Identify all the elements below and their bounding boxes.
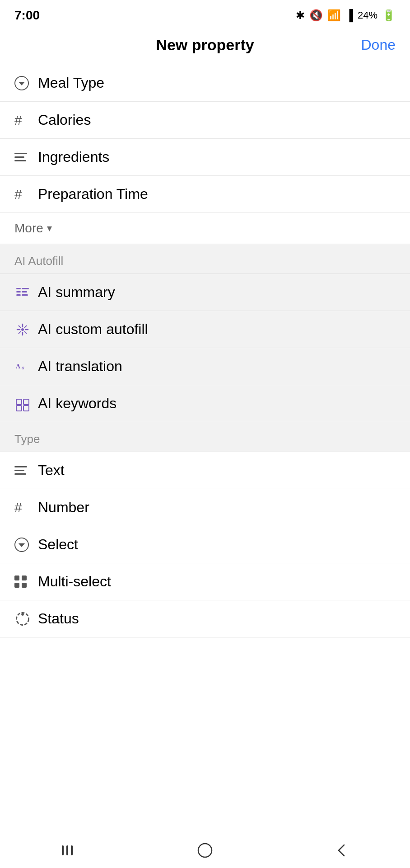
hash-icon-prep: # [14, 187, 38, 202]
list-item-type-select[interactable]: Select [0, 526, 410, 563]
chevron-down-icon: ▾ [47, 222, 52, 234]
hash-number-icon: # [14, 500, 38, 515]
lines-icon [14, 153, 38, 161]
list-item-type-number[interactable]: # Number [0, 489, 410, 526]
svg-text:A: A [16, 363, 21, 370]
svg-rect-5 [22, 294, 28, 296]
existing-properties-list: Meal Type # Calories Ingredients # Prepa… [0, 65, 410, 213]
svg-rect-25 [71, 845, 73, 855]
hash-icon: # [14, 113, 38, 128]
nav-back-button[interactable] [324, 837, 360, 864]
list-item-meal-type[interactable]: Meal Type [0, 65, 410, 102]
type-status-label: Status [38, 610, 79, 627]
list-item-preparation-time[interactable]: # Preparation Time [0, 176, 410, 213]
svg-point-22 [21, 613, 24, 616]
ai-keywords-label: AI keywords [38, 395, 116, 412]
page-title: New property [156, 36, 254, 54]
type-select-label: Select [38, 536, 78, 553]
signal-icon: ▐ [345, 9, 353, 22]
ingredients-label: Ingredients [38, 149, 109, 165]
ai-translation-label: AI translation [38, 358, 122, 375]
type-header-label: Type [14, 432, 40, 446]
svg-point-6 [21, 328, 24, 331]
bluetooth-icon: ✱ [296, 9, 305, 22]
ai-keywords-icon [14, 396, 38, 412]
nav-home-button[interactable] [187, 837, 223, 864]
multiselect-grid-icon [14, 576, 38, 588]
status-right-icons: ✱ 🔇 📶 ▐ 24% 🔋 [296, 9, 396, 22]
more-row[interactable]: More ▾ [0, 213, 410, 244]
preparation-time-label: Preparation Time [38, 186, 148, 203]
page-header: New property Done [0, 27, 410, 65]
battery-indicator: 24% [358, 9, 377, 21]
calories-label: Calories [38, 112, 91, 128]
svg-rect-2 [16, 291, 21, 292]
more-label: More [14, 221, 43, 236]
list-item-type-multiselect[interactable]: Multi-select [0, 563, 410, 600]
svg-rect-24 [66, 845, 68, 855]
nav-menu-button[interactable] [50, 837, 86, 864]
svg-line-13 [25, 326, 27, 327]
circle-down-icon [14, 76, 38, 90]
done-button[interactable]: Done [361, 37, 396, 53]
svg-rect-26 [198, 844, 212, 857]
svg-rect-20 [23, 406, 29, 411]
status-time: 7:00 [14, 8, 40, 23]
list-item-ai-translation[interactable]: A a AI translation [0, 348, 410, 385]
type-number-label: Number [38, 499, 89, 516]
ai-translation-icon: A a [14, 359, 38, 375]
circle-down-select-icon [14, 538, 38, 552]
status-spinner-icon [14, 611, 38, 627]
type-list: Text # Number Select Multi-select St [0, 452, 410, 637]
svg-line-12 [25, 331, 27, 333]
svg-rect-4 [16, 294, 21, 296]
svg-rect-3 [22, 291, 27, 292]
svg-rect-18 [23, 399, 29, 405]
ai-summary-icon [14, 284, 38, 301]
wifi-icon: 📶 [327, 9, 341, 22]
list-item-ai-summary[interactable]: AI summary [0, 274, 410, 311]
bottom-navigation [0, 832, 410, 868]
list-item-calories[interactable]: # Calories [0, 102, 410, 139]
list-item-type-text[interactable]: Text [0, 452, 410, 489]
mute-icon: 🔇 [309, 9, 323, 22]
svg-text:a: a [22, 364, 24, 371]
ai-summary-label: AI summary [38, 284, 115, 301]
meal-type-label: Meal Type [38, 75, 104, 91]
svg-rect-0 [16, 288, 21, 289]
type-text-label: Text [38, 462, 65, 479]
ai-autofill-list: AI summary AI custom autofill A a [0, 274, 410, 422]
svg-line-14 [19, 331, 21, 333]
battery-icon: 🔋 [382, 9, 396, 22]
ai-autofill-section-header: AI Autofill [0, 244, 410, 274]
text-lines-icon [14, 466, 38, 475]
list-item-type-status[interactable]: Status [0, 600, 410, 637]
type-multiselect-label: Multi-select [38, 573, 111, 590]
svg-line-11 [19, 326, 21, 327]
svg-rect-23 [62, 845, 64, 855]
status-bar: 7:00 ✱ 🔇 📶 ▐ 24% 🔋 [0, 0, 410, 27]
ai-custom-autofill-label: AI custom autofill [38, 321, 148, 338]
list-item-ai-keywords[interactable]: AI keywords [0, 385, 410, 422]
svg-rect-1 [22, 288, 29, 289]
list-item-ai-custom-autofill[interactable]: AI custom autofill [0, 311, 410, 348]
svg-rect-17 [16, 399, 22, 405]
ai-autofill-header-label: AI Autofill [14, 254, 63, 268]
type-section-header: Type [0, 422, 410, 452]
svg-rect-19 [16, 406, 22, 411]
list-item-ingredients[interactable]: Ingredients [0, 139, 410, 176]
ai-custom-icon [14, 321, 38, 338]
